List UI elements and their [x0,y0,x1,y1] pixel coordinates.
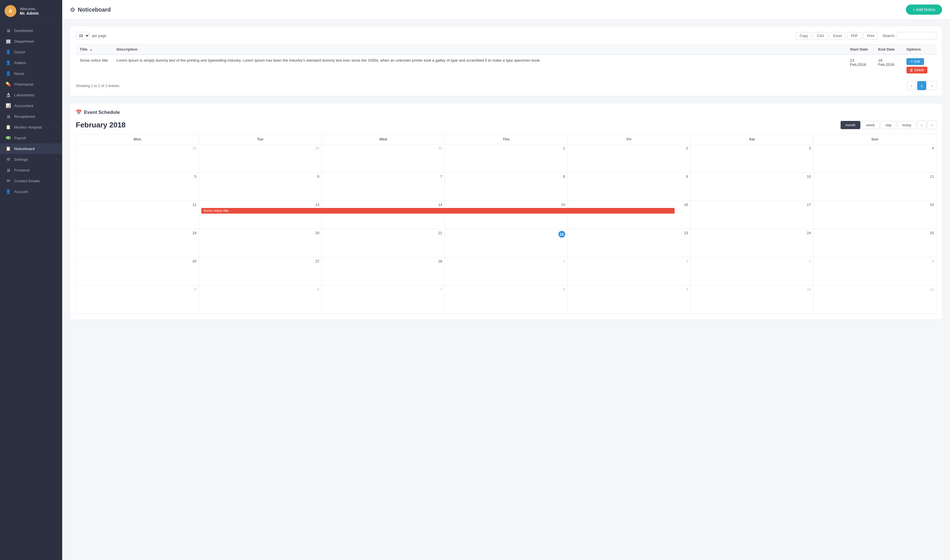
calendar-day: 1 [445,257,568,286]
csv-button[interactable]: CSV [813,32,828,40]
day-number: 30 [201,146,319,150]
department-icon: 🏢 [6,39,11,44]
calendar-day: 16 [568,201,691,229]
chevron-icon: › [56,125,57,129]
search-input[interactable] [897,32,936,40]
sidebar-item-label: Contact Emails [14,179,40,183]
event-bar-spanning[interactable]: Some notice title [201,208,675,214]
calendar-grid: MonTueWedThuFriSatSun 293031123456789101… [76,134,936,314]
next-month-button[interactable]: › [927,120,936,129]
monitor-icon: 📋 [6,125,11,130]
calendar-day: 13Some notice title [199,201,322,229]
sidebar-item-nurse[interactable]: 👤 Nurse [0,68,62,79]
sidebar-item-contact-emails[interactable]: ✉ Contact Emails [0,175,62,186]
sidebar-item-accountant[interactable]: 📊 Accountant [0,100,62,111]
notices-table-body: Some notice title Lorem Ipsum is simply … [76,55,936,77]
calendar-icon: 📅 [76,109,82,115]
sidebar-item-dashboard[interactable]: 🖥 Dashboard [0,25,62,36]
edit-button[interactable]: ✏ Edit [907,58,924,65]
day-number: 5 [78,174,196,178]
calendar-day: 3 [691,145,813,172]
col-description: Description [113,45,846,55]
calendar-day: 2 [568,257,691,286]
sidebar-nav: 🖥 Dashboard 🏢 Department 👤 Doctor 👤 Pati… [0,22,62,560]
sidebar-item-noticeboard[interactable]: 📋 Noticeboard [0,143,62,154]
day-number: 11 [816,174,934,178]
calendar-body: 29303112345678910111213Some notice title… [76,145,936,314]
calendar-day: 29 [76,145,199,172]
sidebar-item-label: Department [14,39,34,43]
calendar-day: 17 [691,201,813,229]
today-view-button[interactable]: today [898,121,916,129]
print-button[interactable]: Print [863,32,878,40]
calendar-day: 5 [76,286,199,314]
pdf-button[interactable]: PDF [847,32,862,40]
event-schedule-header: 📅 Event Schedule [76,109,936,115]
sidebar-item-label: Settings [14,157,28,162]
notice-start-date: 13 Feb,2018 [846,55,874,77]
sidebar-item-account[interactable]: 👤 Account [0,186,62,197]
day-number: 6 [201,174,319,178]
calendar-view-buttons: month week day today ‹ › [841,120,936,129]
sidebar-item-receptionist[interactable]: 🖥 Receptionist [0,111,62,122]
prev-page-button[interactable]: ‹ [907,81,916,90]
sidebar-item-monitor[interactable]: 📋 Monitor Hospital › [0,122,62,132]
month-view-button[interactable]: month [841,121,861,129]
calendar-day: 24 [691,229,813,257]
day-number: 3 [693,146,811,150]
week-view-button[interactable]: week [862,121,880,129]
day-number: 11 [816,287,934,292]
day-view-button[interactable]: day [881,121,896,129]
sidebar-item-payroll[interactable]: 💵 Payroll › [0,132,62,143]
sidebar-item-department[interactable]: 🏢 Department [0,36,62,47]
calendar-day: 11 [813,286,936,314]
sidebar-item-pharmacist[interactable]: 💊 Pharmacist [0,79,62,89]
table-header-row: Title ▲ Description Start Date End Date … [76,45,936,55]
next-page-button[interactable]: › [927,81,936,90]
noticeboard-icon: ⊙ [70,6,75,13]
calendar-day: 6 [199,172,322,201]
day-number: 15 [447,203,565,207]
sidebar-item-doctor[interactable]: 👤 Doctor [0,47,62,57]
day-number: 26 [78,259,196,263]
per-page-select[interactable]: 10 25 50 [76,32,89,40]
page-1-button[interactable]: 1 [917,81,926,90]
sidebar-item-patient[interactable]: 👤 Patient [0,57,62,68]
event-schedule-section: 📅 Event Schedule February 2018 month wee… [70,104,942,320]
sidebar-item-frontend[interactable]: 🖥 Frontend [0,165,62,175]
sidebar-item-settings[interactable]: ⚙ Settings › [0,154,62,165]
day-number: 10 [693,174,811,178]
calendar-days-header: MonTueWedThuFriSatSun [76,134,936,145]
pharmacist-icon: 💊 [6,82,11,87]
calendar-week-0: 2930311234 [76,145,936,172]
prev-month-button[interactable]: ‹ [917,120,926,129]
day-number: 5 [78,287,196,292]
calendar-day: 9 [568,286,691,314]
col-start-date: Start Date [846,45,874,55]
delete-button[interactable]: 🗑 Delete [907,67,927,74]
calendar-col-fri: Fri [568,134,691,145]
calendar-col-mon: Mon [76,134,199,145]
col-end-date: End Date [874,45,902,55]
copy-button[interactable]: Copy [796,32,811,40]
calendar-day: 11 [813,172,936,201]
calendar-day: 7 [322,172,445,201]
calendar-day: 1 [445,145,568,172]
sidebar-item-label: Account [14,189,28,194]
day-number: 8 [447,174,565,178]
day-number: 29 [78,146,196,150]
chevron-icon: › [56,158,57,161]
sidebar-item-laboratorist[interactable]: 🔬 Laboratorist [0,89,62,100]
calendar-week-4: 2627281234 [76,257,936,286]
day-number: 27 [201,259,319,263]
day-number: 9 [570,174,688,178]
calendar-day: 15 [445,201,568,229]
calendar-col-wed: Wed [322,134,445,145]
calendar-col-thu: Thu [445,134,568,145]
add-notice-button[interactable]: + Add Notice [906,5,942,15]
sidebar-item-label: Doctor [14,50,25,54]
calendar-day: 21 [322,229,445,257]
calendar-day: 12 [76,201,199,229]
day-number: 18 [816,203,934,207]
excel-button[interactable]: Excel [830,32,846,40]
